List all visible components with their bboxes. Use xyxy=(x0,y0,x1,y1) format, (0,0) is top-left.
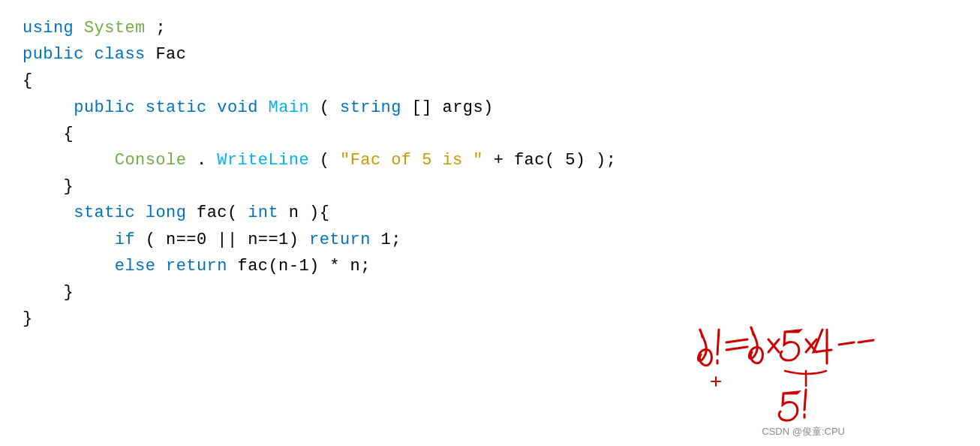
keyword-return1: return xyxy=(309,231,371,249)
watermark: CSDN @俊童:CPU xyxy=(762,425,845,438)
string-literal: "Fac of 5 is " xyxy=(340,151,483,170)
keyword-public: public xyxy=(23,45,84,64)
code-line-4: public static void Main ( string [] args… xyxy=(23,95,957,121)
code-line-9: if ( n==0 || n==1) return 1; xyxy=(23,227,957,253)
code-line-10: else return fac(n-1) * n; xyxy=(23,253,957,279)
code-line-7: } xyxy=(23,173,957,200)
keyword-static2: static xyxy=(74,203,135,222)
class-console: Console xyxy=(115,151,187,170)
annotation-svg xyxy=(695,326,935,423)
code-line-2: public class Fac xyxy=(23,41,957,68)
code-line-5: { xyxy=(23,121,957,147)
keyword-else: else xyxy=(115,257,156,276)
code-line-1: using System ; xyxy=(23,15,957,41)
method-writeline: WriteLine xyxy=(217,151,309,170)
method-main: Main xyxy=(269,98,310,117)
handwritten-annotation xyxy=(695,326,935,423)
keyword-if: if xyxy=(115,231,135,249)
namespace-system: System xyxy=(84,19,146,38)
code-line-6: Console . WriteLine ( "Fac of 5 is " + f… xyxy=(23,147,957,173)
keyword-class: class xyxy=(95,45,146,64)
keyword-static: static xyxy=(146,98,207,117)
keyword-void: void xyxy=(217,98,258,117)
code-container: using System ; public class Fac { public… xyxy=(0,0,980,446)
keyword-using: using xyxy=(23,19,74,38)
keyword-return2: return xyxy=(166,257,227,276)
keyword-public2: public xyxy=(74,98,135,117)
keyword-string: string xyxy=(340,98,401,117)
code-block: using System ; public class Fac { public… xyxy=(23,15,957,332)
keyword-long: long xyxy=(146,203,187,222)
keyword-int: int xyxy=(248,203,278,222)
code-line-8: static long fac( int n ){ xyxy=(23,200,957,226)
code-line-3: { xyxy=(23,68,957,94)
code-line-11: } xyxy=(23,279,957,306)
